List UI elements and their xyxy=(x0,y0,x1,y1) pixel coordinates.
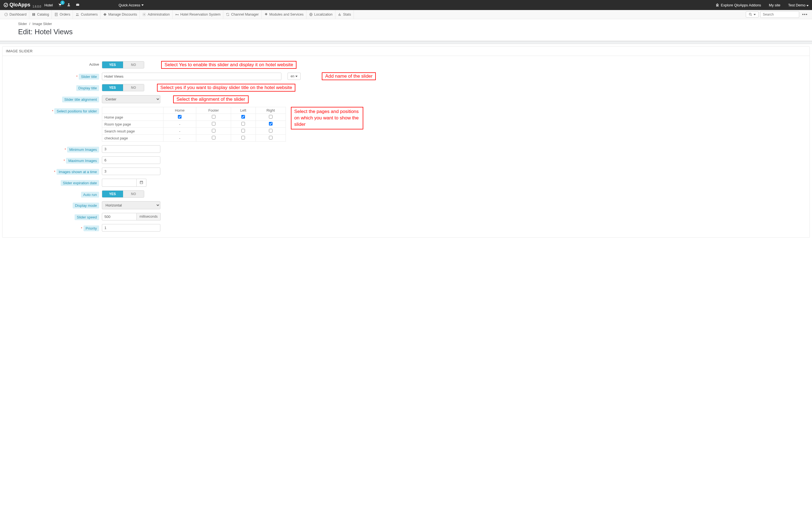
toggle-display-title[interactable]: YES NO xyxy=(102,84,144,91)
position-checkbox[interactable] xyxy=(241,122,245,125)
label-active: Active xyxy=(89,62,99,66)
panel-heading: IMAGE SLIDER xyxy=(2,47,810,56)
callout-display: Select yes if you want to display slider… xyxy=(157,84,295,92)
addons-label: Explore QloApps Addons xyxy=(721,3,761,7)
nav-orders[interactable]: Orders xyxy=(52,10,73,19)
input-priority[interactable] xyxy=(102,224,160,232)
label-slider-title: Slider title xyxy=(79,74,99,80)
mail-icon[interactable] xyxy=(76,3,80,7)
label-max: Maximum Images xyxy=(66,158,99,164)
brand: QloApps 1.6.0.0 xyxy=(3,2,41,8)
input-max[interactable] xyxy=(102,156,160,164)
table-row: Search result page- xyxy=(102,128,286,135)
mysite-link[interactable]: My site xyxy=(769,3,780,7)
svg-point-9 xyxy=(144,14,145,15)
position-checkbox[interactable] xyxy=(269,129,272,133)
nav-hotel[interactable]: Hotel Reservation System xyxy=(173,10,224,19)
svg-point-7 xyxy=(77,13,78,15)
label-display-title: Display title xyxy=(76,85,99,91)
callout-align: Select the alignment of the slider xyxy=(173,95,249,103)
svg-point-1 xyxy=(59,6,60,6)
nav-label: Dashboard xyxy=(9,12,26,17)
panel-image-slider: IMAGE SLIDER Active YES NO Select Yes to… xyxy=(2,46,810,238)
page-title: Edit: Hotel Views xyxy=(18,28,794,36)
row-name: Search result page xyxy=(102,128,164,135)
nav-label: Customers xyxy=(81,12,97,17)
brand-text: QloApps xyxy=(9,2,30,8)
caret-down-icon xyxy=(295,76,297,77)
label-autorun: Auto run xyxy=(81,192,99,198)
user-icon[interactable] xyxy=(67,3,71,7)
table-positions: Home Footer Left Right Home pageRoom typ… xyxy=(102,107,286,142)
cart-button[interactable]: 1 xyxy=(58,3,62,7)
nav-admin[interactable]: Administration xyxy=(140,10,172,19)
nav-label: Channel Manager xyxy=(231,12,259,17)
position-checkbox[interactable] xyxy=(212,136,215,139)
nav-channel[interactable]: Channel Manager xyxy=(223,10,261,19)
search-scope-button[interactable] xyxy=(746,11,759,18)
breadcrumb-slider[interactable]: Slider xyxy=(18,22,27,26)
input-speed[interactable] xyxy=(102,213,137,221)
more-menu[interactable]: ••• xyxy=(799,12,810,17)
position-checkbox[interactable] xyxy=(269,115,272,119)
toggle-active[interactable]: YES NO xyxy=(102,61,144,68)
toggle-no[interactable]: NO xyxy=(123,191,144,197)
nav-label: Modules and Services xyxy=(269,12,304,17)
position-checkbox[interactable] xyxy=(212,129,215,133)
nav-customers[interactable]: Customers xyxy=(73,10,100,19)
toggle-yes[interactable]: YES xyxy=(102,191,123,197)
nav-discounts[interactable]: Manage Discounts xyxy=(100,10,140,19)
addons-link[interactable]: Explore QloApps Addons xyxy=(716,3,761,7)
nav-label: Localization xyxy=(314,12,332,17)
speed-unit: milliseconds xyxy=(137,213,161,221)
user-menu[interactable]: Test Demo xyxy=(788,3,809,7)
calendar-icon[interactable] xyxy=(137,179,146,187)
toggle-no[interactable]: NO xyxy=(123,84,144,91)
toggle-yes[interactable]: YES xyxy=(102,84,123,91)
input-min[interactable] xyxy=(102,145,160,153)
position-checkbox[interactable] xyxy=(241,136,245,139)
context-link[interactable]: Hotel xyxy=(45,3,53,7)
nav-catalog[interactable]: Catalog xyxy=(29,10,52,19)
position-checkbox[interactable] xyxy=(269,136,272,139)
col-right: Right xyxy=(256,107,286,114)
position-checkbox[interactable] xyxy=(178,115,181,119)
toggle-yes[interactable]: YES xyxy=(102,61,123,68)
cell-disabled: - xyxy=(164,128,196,135)
svg-rect-13 xyxy=(140,181,143,184)
nav-label: Orders xyxy=(60,12,70,17)
position-checkbox[interactable] xyxy=(212,122,215,125)
row-name: Room type page xyxy=(102,121,164,128)
nav-label: Catalog xyxy=(37,12,49,17)
lang-selector[interactable]: en xyxy=(288,73,301,80)
svg-point-2 xyxy=(60,6,61,6)
quick-access[interactable]: Quick Access xyxy=(119,3,144,7)
position-checkbox[interactable] xyxy=(241,115,245,119)
input-shown[interactable] xyxy=(102,168,160,175)
nav-stats[interactable]: Stats xyxy=(336,10,354,19)
topbar: QloApps 1.6.0.0 Hotel 1 Quick Access Exp… xyxy=(0,0,812,10)
nav-label: Stats xyxy=(343,12,351,17)
nav-dashboard[interactable]: Dashboard xyxy=(2,10,29,19)
toggle-no[interactable]: NO xyxy=(123,61,144,68)
nav-label: Hotel Reservation System xyxy=(180,12,221,17)
callout-title: Add name of the slider xyxy=(322,73,376,80)
input-slider-title[interactable] xyxy=(102,73,282,80)
svg-point-8 xyxy=(78,13,79,15)
position-checkbox[interactable] xyxy=(241,129,245,133)
position-checkbox[interactable] xyxy=(212,115,215,119)
label-min: Minimum Images xyxy=(67,147,99,152)
svg-rect-4 xyxy=(76,4,79,6)
position-checkbox[interactable] xyxy=(269,122,272,125)
select-displaymode[interactable]: Horizontal xyxy=(102,201,160,209)
search-input[interactable] xyxy=(760,11,799,18)
col-left: Left xyxy=(231,107,256,114)
toggle-autorun[interactable]: YES NO xyxy=(102,190,144,198)
nav-modules[interactable]: Modules and Services xyxy=(262,10,307,19)
nav-label: Manage Discounts xyxy=(108,12,137,17)
select-alignment[interactable]: Center xyxy=(102,95,160,103)
nav-localization[interactable]: Localization xyxy=(307,10,336,19)
input-expire[interactable] xyxy=(102,179,137,187)
row-name: Home page xyxy=(102,114,164,121)
breadcrumb: Slider / Image Slider xyxy=(18,22,794,26)
